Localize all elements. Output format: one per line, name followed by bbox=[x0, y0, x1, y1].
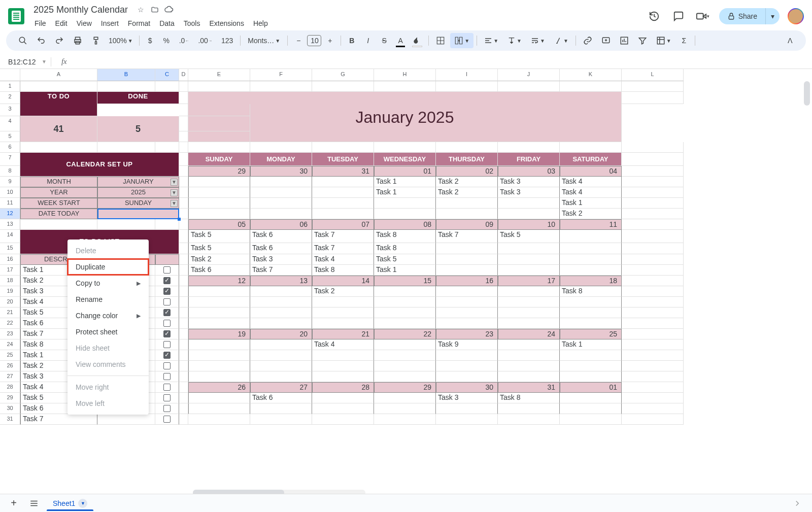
cell[interactable] bbox=[374, 414, 436, 425]
cell[interactable] bbox=[498, 308, 560, 318]
checkbox[interactable] bbox=[163, 298, 171, 305]
cell[interactable]: MONDAY bbox=[250, 153, 312, 166]
cell[interactable]: Task 2 bbox=[436, 177, 498, 187]
cell[interactable] bbox=[250, 361, 312, 371]
cell[interactable] bbox=[155, 142, 179, 153]
text-color-icon[interactable]: A bbox=[393, 33, 408, 48]
cell[interactable]: 29 bbox=[188, 166, 250, 177]
row-header-17[interactable]: 17 bbox=[0, 265, 20, 276]
cell[interactable] bbox=[97, 142, 155, 153]
cell[interactable] bbox=[188, 318, 250, 329]
checkbox[interactable] bbox=[163, 341, 171, 348]
cell[interactable] bbox=[622, 286, 684, 297]
cell[interactable] bbox=[374, 286, 436, 297]
cell[interactable]: Task 8 bbox=[560, 286, 622, 297]
checkbox[interactable] bbox=[163, 373, 171, 380]
cell[interactable]: SATURDAY bbox=[560, 153, 622, 166]
ctx-rename[interactable]: Rename bbox=[67, 291, 149, 308]
cell[interactable] bbox=[179, 166, 188, 177]
cell[interactable]: Task 1 bbox=[374, 177, 436, 187]
filter-views-icon[interactable]: ▼ bbox=[652, 33, 675, 48]
cell[interactable] bbox=[179, 371, 188, 382]
cell[interactable] bbox=[155, 276, 179, 286]
cell[interactable] bbox=[250, 350, 312, 361]
cell[interactable] bbox=[188, 403, 250, 414]
cloud-icon[interactable] bbox=[164, 5, 174, 14]
cell[interactable]: 30 bbox=[250, 166, 312, 177]
cell[interactable] bbox=[622, 81, 684, 92]
functions-icon[interactable]: Σ bbox=[676, 33, 692, 48]
select-all-corner[interactable] bbox=[0, 69, 20, 81]
cell[interactable] bbox=[436, 81, 498, 92]
cell[interactable] bbox=[560, 254, 622, 265]
cell[interactable]: 07 bbox=[312, 219, 374, 230]
sheets-logo[interactable] bbox=[8, 8, 24, 24]
cell[interactable] bbox=[560, 297, 622, 308]
cell[interactable]: MONTH bbox=[20, 177, 97, 187]
cell[interactable]: 5 bbox=[97, 116, 179, 142]
cell[interactable] bbox=[155, 265, 179, 276]
cell[interactable]: Task 1 bbox=[560, 198, 622, 209]
cell[interactable] bbox=[374, 198, 436, 209]
cell[interactable] bbox=[498, 142, 560, 153]
row-header-30[interactable]: 30 bbox=[0, 403, 20, 414]
cell[interactable] bbox=[250, 414, 312, 425]
cell[interactable] bbox=[312, 209, 374, 219]
cell[interactable]: Task 7 bbox=[250, 265, 312, 276]
row-header-21[interactable]: 21 bbox=[0, 308, 20, 318]
cell[interactable] bbox=[622, 230, 684, 243]
percent-icon[interactable]: % bbox=[159, 33, 174, 48]
font-select[interactable]: Monts…▼ bbox=[244, 33, 284, 48]
cell[interactable] bbox=[188, 116, 250, 131]
cell[interactable] bbox=[622, 219, 684, 230]
cell[interactable] bbox=[155, 81, 179, 92]
cell[interactable] bbox=[622, 371, 684, 382]
font-size-input[interactable]: 10 bbox=[307, 35, 321, 46]
cell[interactable] bbox=[155, 286, 179, 297]
col-header-I[interactable]: I bbox=[436, 69, 498, 81]
italic-icon[interactable]: I bbox=[360, 33, 376, 48]
cell[interactable] bbox=[436, 318, 498, 329]
col-header-C[interactable]: C bbox=[155, 69, 179, 81]
cell[interactable] bbox=[374, 142, 436, 153]
share-dropdown[interactable]: ▾ bbox=[765, 8, 780, 24]
increase-decimal-icon[interactable]: .00→ bbox=[194, 33, 216, 48]
ctx-view-comments[interactable]: View comments bbox=[67, 356, 149, 372]
cell[interactable] bbox=[179, 339, 188, 350]
cell[interactable]: FRIDAY bbox=[498, 153, 560, 166]
dropdown-arrow-icon[interactable]: ▼ bbox=[171, 200, 178, 207]
cell[interactable] bbox=[498, 198, 560, 209]
cell[interactable]: 24 bbox=[498, 329, 560, 339]
checkbox[interactable] bbox=[163, 288, 171, 295]
checkbox[interactable] bbox=[163, 384, 171, 391]
cell[interactable] bbox=[179, 414, 188, 425]
cell[interactable] bbox=[560, 265, 622, 276]
cell[interactable] bbox=[312, 393, 374, 403]
cell[interactable] bbox=[312, 187, 374, 198]
checkbox[interactable] bbox=[163, 330, 171, 337]
cell[interactable]: WEEK START bbox=[20, 198, 97, 209]
cell[interactable]: 23 bbox=[436, 329, 498, 339]
history-icon[interactable] bbox=[646, 8, 662, 24]
cell[interactable] bbox=[155, 297, 179, 308]
cell[interactable] bbox=[560, 393, 622, 403]
cell[interactable] bbox=[20, 219, 97, 230]
cell[interactable] bbox=[622, 276, 684, 286]
cell[interactable] bbox=[374, 81, 436, 92]
add-sheet-icon[interactable]: + bbox=[6, 496, 21, 496]
cell[interactable] bbox=[560, 318, 622, 329]
cell[interactable]: Task 3 bbox=[498, 187, 560, 198]
paint-format-icon[interactable] bbox=[87, 33, 105, 48]
cell[interactable]: CALENDAR SET UP bbox=[20, 153, 179, 177]
cell[interactable]: 02 bbox=[436, 166, 498, 177]
cell[interactable]: 29 bbox=[374, 382, 436, 393]
cell[interactable] bbox=[374, 361, 436, 371]
cell[interactable]: Task 7 bbox=[20, 414, 97, 425]
cell[interactable]: Task 3 bbox=[436, 393, 498, 403]
cell[interactable]: 04 bbox=[560, 166, 622, 177]
col-header-G[interactable]: G bbox=[312, 69, 374, 81]
cell[interactable] bbox=[179, 286, 188, 297]
explore-icon[interactable] bbox=[789, 496, 806, 496]
cell[interactable] bbox=[622, 187, 684, 198]
insert-chart-icon[interactable] bbox=[616, 33, 633, 48]
